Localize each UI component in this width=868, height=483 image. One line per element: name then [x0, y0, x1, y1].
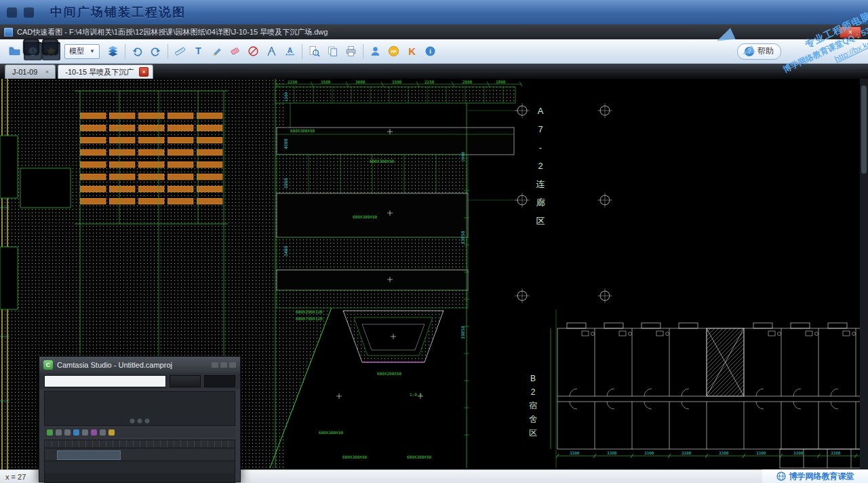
cad-axis-label: 宿 [529, 401, 537, 410]
cad-annotation: 3300 [682, 450, 692, 455]
k-logo-button[interactable]: K [403, 42, 421, 60]
pen-button[interactable] [208, 42, 226, 60]
cad-axis-label: B [530, 374, 536, 383]
layers-button[interactable] [104, 42, 122, 60]
user-account-button[interactable] [366, 42, 384, 60]
camtasia-toolbar[interactable] [44, 427, 235, 438]
svg-text:K: K [408, 46, 416, 57]
copy-button[interactable] [323, 42, 342, 60]
main-toolbar: 模型 ▼ [0, 39, 868, 64]
video-title: 中间广场铺装工程说图 [50, 4, 186, 20]
tab-close-icon[interactable]: × [139, 67, 149, 77]
tab-close-icon[interactable]: × [43, 68, 51, 76]
timeline-ruler[interactable] [45, 440, 235, 447]
clip-bin-panel[interactable] [44, 375, 166, 387]
camtasia-window-buttons[interactable] [212, 362, 236, 368]
tool-icon[interactable] [64, 429, 71, 436]
cad-annotation: 600X750X120 [296, 316, 323, 321]
about-info-button[interactable]: i [421, 42, 439, 60]
cad-annotation: 3300 [607, 450, 617, 455]
maximize-icon[interactable] [220, 362, 227, 368]
balcony-bays [567, 323, 847, 328]
hide-markup-button[interactable] [244, 42, 262, 60]
redo-icon [150, 45, 161, 57]
cad-annotation: 600X300X50 [407, 455, 432, 459]
tab-j-10-15[interactable]: -10-15 旱喷及下沉广 × [58, 64, 153, 79]
measure-length-button[interactable] [171, 42, 189, 60]
cad-annotation: 3300 [831, 450, 841, 455]
cad-axis-label: 舍 [529, 414, 537, 424]
camtasia-titlebar[interactable]: C Camtasia Studio - Untitled.camproj [39, 357, 240, 373]
cad-annotation: 600X300X50 [370, 159, 395, 163]
tool-icon[interactable] [56, 429, 62, 436]
svg-text:VIP: VIP [391, 50, 397, 54]
ruler-icon [174, 45, 186, 57]
record-icon[interactable] [47, 429, 53, 436]
video-title-bar: 中间广场铺装工程说图 [0, 0, 868, 24]
undo-button[interactable] [128, 42, 146, 60]
clip-thumbnail[interactable] [170, 375, 201, 387]
open-file-button[interactable] [5, 42, 24, 60]
user-icon [370, 45, 381, 57]
camtasia-preview[interactable] [44, 391, 235, 426]
close-icon[interactable] [229, 362, 236, 368]
angle-measure-button[interactable] [262, 42, 281, 60]
cad-axis-label: 区 [529, 428, 537, 438]
open-folder-icon [9, 45, 20, 57]
tab-j-01-09[interactable]: J-01-09 × [5, 64, 56, 79]
camtasia-timeline[interactable] [44, 440, 235, 483]
timeline-track[interactable] [45, 462, 235, 473]
timeline-track[interactable] [45, 449, 235, 460]
playback-controls[interactable] [130, 419, 150, 423]
cad-annotation: 600X250X120 [296, 309, 323, 314]
k-logo-icon: K [406, 45, 418, 57]
cad-annotation: 3000 [355, 79, 366, 84]
play-icon[interactable] [130, 419, 135, 423]
cad-annotation: 600X300X50 [319, 430, 344, 435]
cad-annotation: 1200 [283, 92, 288, 102]
redo-button[interactable] [146, 42, 165, 60]
zoom-find-button[interactable] [305, 42, 323, 60]
pause-icon[interactable] [138, 419, 142, 423]
minimize-icon[interactable] [212, 362, 218, 368]
model-space-dropdown[interactable]: 模型 ▼ [64, 44, 100, 59]
layers-icon [107, 45, 119, 57]
tab-label: J-01-09 [12, 68, 37, 76]
tool-icon[interactable] [108, 429, 115, 436]
svg-text:A: A [288, 46, 293, 54]
camtasia-app-icon: C [43, 360, 53, 370]
stop-icon[interactable] [145, 419, 150, 423]
cad-axis-label: 2 [538, 161, 542, 171]
screen: 中间广场铺装工程说图 CAD快速看图 - F:\4培训相关\1面授\12园林授课… [0, 0, 868, 483]
door-arcs [570, 389, 838, 409]
window-title: CAD快速看图 - F:\4培训相关\1面授\12园林授课\园林图纸\04详图\… [17, 27, 328, 37]
toolbar-separator [125, 44, 125, 59]
window-title-bar[interactable]: CAD快速看图 - F:\4培训相关\1面授\12园林授课\园林图纸\04详图\… [0, 24, 868, 39]
svg-text:i: i [429, 47, 431, 55]
paver-bars [80, 113, 224, 208]
overlay-menu-icon [24, 7, 34, 18]
camtasia-window[interactable]: C Camtasia Studio - Untitled.camproj [39, 356, 241, 482]
tool-icon[interactable] [100, 429, 106, 436]
tool-icon[interactable] [91, 429, 97, 436]
vertical-scrollbar[interactable] [860, 79, 868, 469]
tool-icon[interactable] [82, 429, 88, 436]
area-measure-button[interactable]: A [281, 42, 299, 60]
help-button[interactable]: ? 帮助 [737, 43, 781, 60]
vip-button[interactable]: VIP [384, 42, 403, 60]
eraser-button[interactable] [226, 42, 244, 60]
print-button[interactable] [342, 42, 360, 60]
cad-annotation: 1800 [496, 79, 506, 84]
camtasia-clip-bin[interactable] [39, 373, 240, 389]
clip-thumbnail[interactable] [204, 375, 235, 387]
printer-icon [345, 45, 357, 57]
timeline-clip[interactable] [57, 450, 121, 460]
window-close-button[interactable]: × [840, 26, 861, 38]
cad-axis-label: 区 [536, 216, 545, 226]
tool-icon[interactable] [73, 429, 79, 436]
cad-annotation: 600X300X50 [342, 455, 368, 459]
text-annotation-button[interactable]: T [189, 42, 208, 60]
area-icon: A [284, 45, 296, 57]
scrollbar-thumb[interactable] [861, 85, 867, 174]
cad-annotation: 3300 [756, 450, 766, 455]
